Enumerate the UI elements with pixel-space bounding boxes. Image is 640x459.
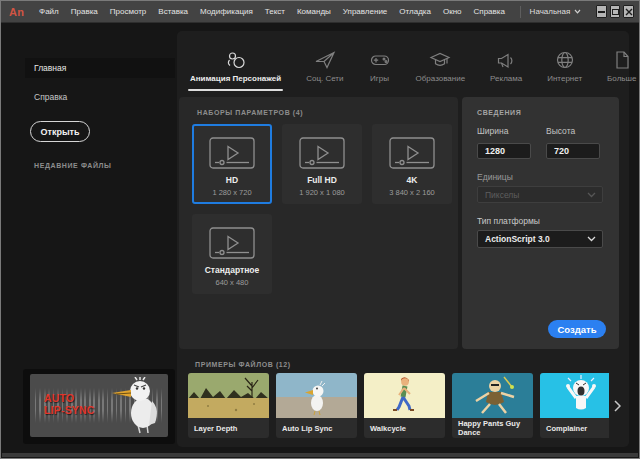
example-label: Layer Depth bbox=[188, 418, 269, 438]
units-label: Единицы bbox=[477, 172, 604, 182]
auto-lip-sync-thumbnail bbox=[276, 373, 357, 418]
menu-item-file[interactable]: Файл bbox=[33, 7, 65, 16]
platform-select[interactable]: ActionScript 3.0 bbox=[477, 230, 603, 248]
preset-card-hd[interactable]: HD 1 280 x 720 bbox=[192, 124, 272, 204]
presets-panel: НАБОРЫ ПАРАМЕТРОВ (4) HD 1 280 x 720 Ful bbox=[179, 97, 458, 349]
window-frame bbox=[2, 453, 638, 457]
sidebar-item-home[interactable]: Главная bbox=[25, 58, 175, 78]
video-preset-icon bbox=[209, 137, 255, 169]
tab-more[interactable]: Больше bbox=[605, 50, 638, 91]
paper-plane-icon bbox=[314, 50, 336, 70]
complainer-thumbnail bbox=[540, 373, 609, 418]
preset-card-4k[interactable]: 4K 3 840 x 2 160 bbox=[372, 124, 452, 204]
tab-social[interactable]: Соц. Сети bbox=[304, 50, 345, 91]
chevron-down-icon bbox=[587, 192, 596, 198]
video-preset-icon bbox=[209, 227, 255, 259]
open-button[interactable]: Открыть bbox=[30, 121, 90, 142]
details-panel: СВЕДЕНИЯ Ширина Высота Единицы Пикселы Т… bbox=[462, 97, 619, 349]
graduation-cap-icon bbox=[429, 50, 451, 70]
tab-label: Игры bbox=[370, 74, 389, 83]
preset-dimensions: 640 x 480 bbox=[216, 278, 249, 287]
minimize-button[interactable] bbox=[596, 5, 607, 18]
width-field[interactable] bbox=[477, 143, 531, 159]
banner-line1: AUTO bbox=[44, 392, 95, 404]
tab-games[interactable]: Игры bbox=[367, 50, 393, 91]
tab-label: Реклама bbox=[490, 74, 522, 83]
maximize-icon bbox=[612, 9, 619, 15]
tab-label: Интернет bbox=[547, 74, 582, 83]
chevron-right-icon bbox=[614, 400, 621, 412]
menu-item-view[interactable]: Просмотр bbox=[104, 7, 153, 16]
presets-header: НАБОРЫ ПАРАМЕТРОВ (4) bbox=[197, 109, 303, 116]
example-label: Auto Lip Sync bbox=[276, 418, 357, 438]
tab-education[interactable]: Образование bbox=[414, 50, 468, 91]
preset-grid: HD 1 280 x 720 Full HD 1 920 x 1 080 bbox=[192, 124, 452, 294]
preset-dimensions: 1 280 x 720 bbox=[212, 188, 251, 197]
animate-start-window: An Файл Правка Просмотр Вставка Модифика… bbox=[0, 0, 640, 459]
maximize-button[interactable] bbox=[610, 5, 621, 18]
menu-item-insert[interactable]: Вставка bbox=[152, 7, 194, 16]
width-label: Ширина bbox=[477, 126, 531, 136]
menu-item-edit[interactable]: Правка bbox=[65, 7, 104, 16]
app-logo: An bbox=[1, 6, 33, 18]
menu-item-control[interactable]: Управление bbox=[337, 7, 393, 16]
menu-item-text[interactable]: Текст bbox=[259, 7, 291, 16]
example-label: Complainer bbox=[540, 418, 609, 438]
workspace-label: Начальная bbox=[530, 7, 571, 16]
menu-item-modify[interactable]: Модификация bbox=[194, 7, 259, 16]
example-card-walkcycle[interactable]: Walkcycle bbox=[364, 373, 445, 438]
tab-label: Больше bbox=[607, 74, 636, 83]
menu-item-debug[interactable]: Отладка bbox=[393, 7, 437, 16]
examples-next-button[interactable] bbox=[611, 399, 623, 413]
close-button[interactable] bbox=[623, 5, 634, 18]
units-value: Пикселы bbox=[485, 190, 519, 200]
banner-line2: LIP-SYNC bbox=[44, 404, 95, 416]
create-button[interactable]: Создать bbox=[548, 320, 606, 338]
document-icon bbox=[611, 50, 633, 70]
preset-name: HD bbox=[226, 175, 238, 185]
layer-depth-thumbnail bbox=[188, 373, 269, 418]
units-select: Пикселы bbox=[477, 186, 603, 203]
preset-name: 4K bbox=[407, 175, 418, 185]
auto-lip-sync-banner[interactable]: AUTO LIP-SYNC bbox=[30, 374, 168, 437]
height-field[interactable] bbox=[546, 143, 600, 159]
preset-card-standard[interactable]: Стандартное 640 x 480 bbox=[192, 214, 272, 294]
close-icon bbox=[625, 8, 633, 16]
menu-bar: An Файл Правка Просмотр Вставка Модифика… bbox=[1, 1, 639, 23]
preset-card-full-hd[interactable]: Full HD 1 920 x 1 080 bbox=[282, 124, 362, 204]
example-card-layer-depth[interactable]: Layer Depth bbox=[188, 373, 269, 438]
tab-character-animation[interactable]: Анимация Персонажей bbox=[188, 50, 283, 91]
menu-item-help[interactable]: Справка bbox=[468, 7, 511, 16]
chevron-down-icon bbox=[587, 236, 596, 242]
platform-label: Тип платформы bbox=[477, 216, 604, 226]
chevron-down-icon bbox=[574, 9, 581, 14]
sidebar-item-help[interactable]: Справка bbox=[25, 87, 175, 107]
tab-label: Анимация Персонажей bbox=[190, 74, 281, 83]
banner-text: AUTO LIP-SYNC bbox=[44, 392, 95, 416]
example-label: Happy Pants Guy Dance bbox=[452, 418, 533, 438]
tab-ads[interactable]: Реклама bbox=[488, 50, 524, 91]
example-card-happy-pants-guy-dance[interactable]: Happy Pants Guy Dance bbox=[452, 373, 533, 438]
video-preset-icon bbox=[389, 137, 435, 169]
recent-files-header: НЕДАВНИЕ ФАЙЛЫ bbox=[34, 162, 112, 169]
tab-label: Образование bbox=[416, 74, 466, 83]
menu-item-window[interactable]: Окно bbox=[437, 7, 468, 16]
globe-icon bbox=[554, 50, 576, 70]
menubar-divider bbox=[520, 6, 521, 18]
example-card-complainer[interactable]: Complainer bbox=[540, 373, 609, 438]
examples-carousel: Layer Depth Auto Lip Sync bbox=[188, 373, 609, 439]
gamepad-icon bbox=[369, 50, 391, 70]
details-header: СВЕДЕНИЯ bbox=[477, 109, 604, 116]
main-panel: Анимация Персонажей Соц. Сети Игры О bbox=[177, 31, 629, 447]
example-card-auto-lip-sync[interactable]: Auto Lip Sync bbox=[276, 373, 357, 438]
examples-header: ПРИМЕРЫ ФАЙЛОВ (12) bbox=[195, 361, 291, 368]
height-label: Высота bbox=[546, 126, 600, 136]
platform-value: ActionScript 3.0 bbox=[485, 234, 550, 244]
menu-item-commands[interactable]: Команды bbox=[291, 7, 337, 16]
tab-label: Соц. Сети bbox=[306, 74, 343, 83]
megaphone-icon bbox=[495, 50, 517, 70]
preset-dimensions: 3 840 x 2 160 bbox=[389, 188, 434, 197]
workspace-switcher[interactable]: Начальная bbox=[530, 7, 582, 16]
tab-internet[interactable]: Интернет bbox=[545, 50, 584, 91]
category-tabbar: Анимация Персонажей Соц. Сети Игры О bbox=[188, 37, 638, 91]
